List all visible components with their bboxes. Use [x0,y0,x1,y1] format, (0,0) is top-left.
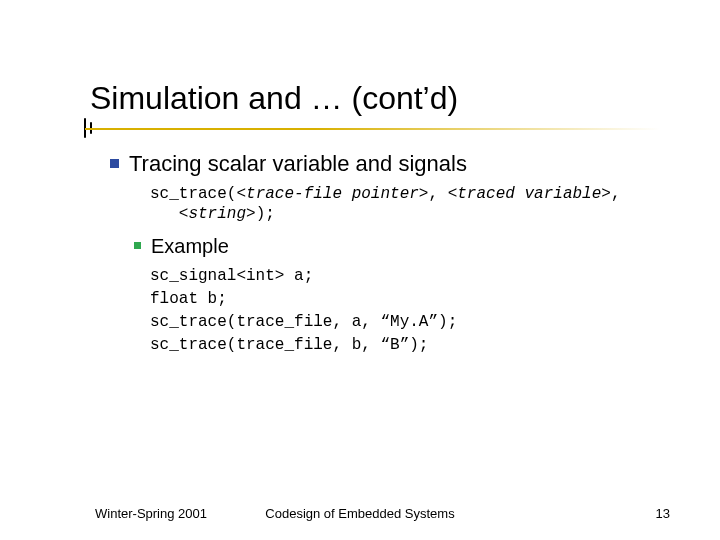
bullet-l2-text: Example [151,234,229,259]
square-bullet-small-icon [134,242,141,249]
code-sc-trace-signature: sc_trace(<trace-file pointer>, <traced v… [150,184,670,224]
footer-center: Codesign of Embedded Systems [0,506,720,521]
bullet-level2: Example [134,234,670,259]
title-underline [85,128,660,130]
square-bullet-icon [110,159,119,168]
code-example: sc_signal<int> a; float b; sc_trace(trac… [150,265,670,358]
footer-page-number: 13 [656,506,670,521]
slide-title: Simulation and … (cont’d) [90,80,660,117]
bullet-level1: Tracing scalar variable and signals [110,150,670,178]
bullet-l1-text: Tracing scalar variable and signals [129,150,467,178]
slide-body: Tracing scalar variable and signals sc_t… [110,150,670,357]
